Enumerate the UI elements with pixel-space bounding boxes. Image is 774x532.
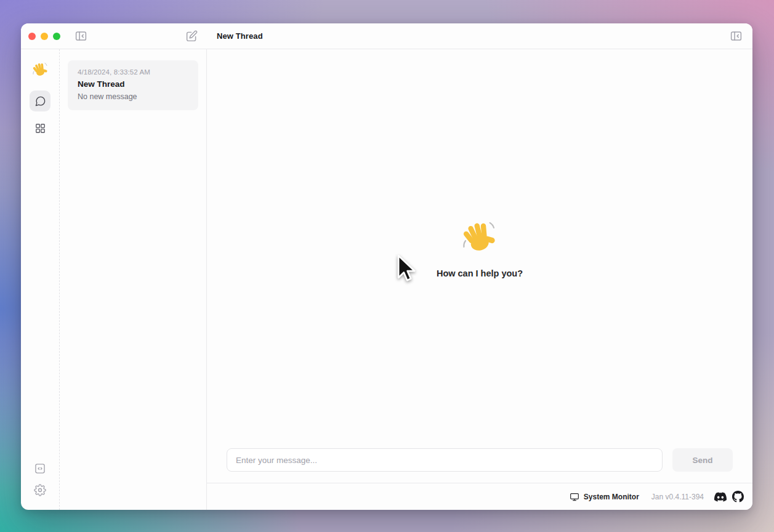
github-link[interactable] [732,491,744,502]
wave-emoji [461,219,498,256]
chat-bubble-icon [34,95,46,107]
thread-list-panel: 4/18/2024, 8:33:52 AM New Thread No new … [60,49,207,510]
minimize-window-button[interactable] [41,33,48,40]
message-input[interactable] [227,448,663,472]
titlebar-right-section: New Thread [207,23,752,49]
message-composer: Send [207,448,752,483]
chat-content-area: How can I help you? [207,49,752,448]
greeting-text: How can I help you? [437,268,523,278]
titlebar: New Thread [21,23,752,49]
collapse-left-panel-icon[interactable] [75,30,87,42]
thread-list-item[interactable]: 4/18/2024, 8:33:52 AM New Thread No new … [68,60,198,110]
collapse-right-panel-icon[interactable] [730,30,743,42]
left-icon-rail [21,49,60,510]
welcome-block: How can I help you? [437,219,523,278]
thread-last-message: No new message [78,92,188,101]
traffic-lights [28,33,60,40]
system-monitor-toggle[interactable]: System Monitor [570,492,639,502]
jan-app-window: New Thread [21,23,752,510]
api-server-icon [34,462,46,475]
app-version-label: Jan v0.4.11-394 [651,493,704,501]
status-bar: System Monitor Jan v0.4.11-394 [207,483,752,510]
sidebar-item-hub[interactable] [30,118,50,139]
settings-button[interactable] [34,484,46,496]
send-button[interactable]: Send [672,448,733,472]
rail-bottom-section [34,462,46,496]
github-icon [732,491,744,502]
monitor-icon [570,492,579,502]
window-body: 4/18/2024, 8:33:52 AM New Thread No new … [21,49,752,510]
titlebar-left-section [21,23,207,49]
close-window-button[interactable] [28,33,36,40]
footer-social-links [714,491,744,503]
gear-icon [34,484,46,496]
thread-title: New Thread [78,79,188,89]
discord-link[interactable] [714,491,727,503]
wave-emoji-icon [32,62,49,78]
page-title: New Thread [217,31,263,41]
system-monitor-label: System Monitor [584,493,639,501]
grid-apps-icon [34,123,46,134]
new-thread-compose-icon[interactable] [185,30,198,42]
local-api-server-button[interactable] [34,462,46,475]
zoom-window-button[interactable] [53,33,60,40]
sidebar-item-threads[interactable] [30,91,50,111]
thread-timestamp: 4/18/2024, 8:33:52 AM [78,68,188,76]
discord-icon [714,491,727,503]
main-panel: How can I help you? Send System Monitor [207,49,752,510]
